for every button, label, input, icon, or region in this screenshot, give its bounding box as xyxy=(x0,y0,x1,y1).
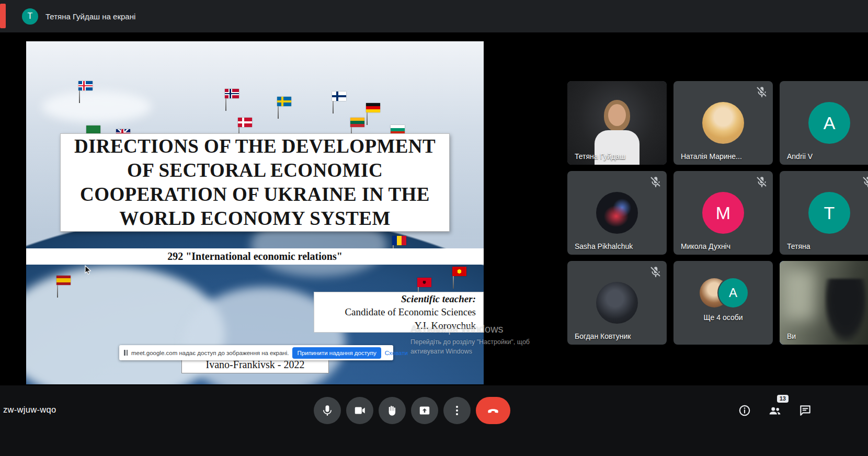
mic-muted-icon xyxy=(755,175,769,189)
flag-icon xyxy=(225,89,239,98)
slide-title-line: WORLD ECONOMY SYSTEM xyxy=(119,207,391,231)
mic-muted-icon xyxy=(861,175,868,189)
stage: DIRECTIONS OF THE DEVELOPMENT OF SECTORA… xyxy=(0,32,868,385)
flag-icon xyxy=(56,276,71,285)
participant-avatar xyxy=(596,192,638,234)
participant-name: Богдан Ковтуник xyxy=(575,332,631,340)
more-options-button[interactable] xyxy=(443,397,471,424)
participant-tile[interactable]: AЩе 4 особи xyxy=(673,261,773,345)
present-icon xyxy=(418,404,431,417)
windows-activation-watermark: Активація Windows Перейдіть до розділу "… xyxy=(410,323,530,356)
flag-icon xyxy=(332,92,346,101)
camera-button[interactable] xyxy=(346,397,373,424)
participant-tile[interactable]: Sasha Pikhalchuk xyxy=(567,171,667,255)
chrome-share-banner: meet.google.com надає доступ до зображен… xyxy=(119,345,393,360)
shared-screen: DIRECTIONS OF THE DEVELOPMENT OF SECTORA… xyxy=(26,41,558,384)
participant-avatar xyxy=(596,282,638,324)
people-button[interactable]: 13 xyxy=(764,400,785,421)
participant-name: Sasha Pikhalchuk xyxy=(575,242,633,250)
participant-name: Тетяна Гуйдаш xyxy=(575,152,625,161)
flag-icon xyxy=(452,267,466,276)
participant-tile[interactable]: Богдан Ковтуник xyxy=(567,261,667,345)
flag-icon xyxy=(277,97,291,106)
flag-icon xyxy=(417,278,431,287)
top-bar: T Тетяна Гуйдаш на екрані xyxy=(0,0,868,32)
info-icon xyxy=(738,404,751,417)
participant-avatar: A xyxy=(718,278,748,307)
group-avatars: A xyxy=(673,278,773,307)
watermark-line: активувати Windows xyxy=(410,347,530,356)
raise-hand-button[interactable] xyxy=(379,397,406,424)
flag-icon xyxy=(78,81,93,90)
participant-tile[interactable]: ТТетяна xyxy=(780,171,868,255)
meeting-panels: 13 xyxy=(734,400,816,421)
presenter-chip: T Тетяна Гуйдаш на екрані xyxy=(22,8,135,25)
call-controls xyxy=(314,397,510,424)
room-light xyxy=(784,270,815,320)
participant-name: Тетяна xyxy=(787,242,810,250)
mic-muted-icon xyxy=(649,175,663,189)
present-button[interactable] xyxy=(411,397,438,424)
participant-avatar: M xyxy=(702,192,744,234)
pause-sharing-icon[interactable] xyxy=(124,350,128,356)
slide-title-line: DIRECTIONS OF THE DEVELOPMENT xyxy=(74,134,436,158)
participant-name: Наталія Марине... xyxy=(681,152,742,161)
presenter-status-text: Тетяна Гуйдаш на екрані xyxy=(45,12,135,21)
participant-name: Ви xyxy=(787,332,796,340)
participant-tile[interactable]: Ви xyxy=(780,261,868,345)
watermark-line: Активація Windows xyxy=(410,323,530,335)
bottom-bar: zw-wjuw-wqo 13 xyxy=(0,385,868,456)
meeting-code: zw-wjuw-wqo xyxy=(3,405,56,415)
chat-button[interactable] xyxy=(795,400,816,421)
participant-name: Andrii V xyxy=(787,152,813,161)
participant-avatar: A xyxy=(808,102,850,144)
end-call-icon xyxy=(486,404,500,417)
end-call-button[interactable] xyxy=(476,397,510,424)
share-banner-message: meet.google.com надає доступ до зображен… xyxy=(131,350,289,356)
slide-title-line: OF SECTORAL ECONOMIC xyxy=(127,158,383,183)
mic-muted-icon xyxy=(755,85,769,99)
participant-tile[interactable]: Тетяна Гуйдаш xyxy=(567,81,667,165)
flag-icon xyxy=(366,103,380,112)
hide-banner-link[interactable]: Сховати xyxy=(385,350,408,356)
participant-name: Микола Духніч xyxy=(681,242,730,250)
mouse-cursor xyxy=(84,265,93,276)
mic-button[interactable] xyxy=(314,397,341,424)
participant-tile[interactable]: AAndrii V xyxy=(780,81,868,165)
window-edge-accent xyxy=(0,4,6,28)
flag-icon xyxy=(392,236,406,245)
chat-icon xyxy=(798,404,812,417)
slide-subtitle: 292 "International economic relations" xyxy=(26,248,484,265)
people-count-badge: 13 xyxy=(777,395,789,403)
people-icon xyxy=(768,404,782,417)
presenter-avatar: T xyxy=(22,8,38,25)
teacher-line: Candidate of Economic Sciences xyxy=(314,305,476,318)
flag-icon xyxy=(238,118,252,127)
participant-avatar: Т xyxy=(808,192,850,234)
watermark-line: Перейдіть до розділу "Настройки", щоб xyxy=(410,337,530,347)
raise-hand-icon xyxy=(385,404,399,417)
participant-name: Ще 4 особи xyxy=(673,313,773,322)
participant-tile[interactable]: MМикола Духніч xyxy=(673,171,773,255)
person-figure xyxy=(825,279,866,341)
participants-grid: Тетяна ГуйдашНаталія Марине...AAndrii VS… xyxy=(567,81,868,345)
slide-title: DIRECTIONS OF THE DEVELOPMENT OF SECTORA… xyxy=(60,133,450,232)
slide-title-line: COOPERATION OF UKRAINE IN THE xyxy=(80,183,430,207)
person-figure xyxy=(608,104,626,126)
stop-sharing-button[interactable]: Припинити надання доступу xyxy=(292,347,381,359)
camera-icon xyxy=(353,404,367,417)
more-options-icon xyxy=(450,404,464,417)
flag-icon xyxy=(350,118,364,127)
info-button[interactable] xyxy=(734,400,755,421)
mic-muted-icon xyxy=(649,265,663,279)
mic-icon xyxy=(321,404,334,417)
participant-tile[interactable]: Наталія Марине... xyxy=(673,81,773,165)
participant-avatar xyxy=(702,102,744,144)
teacher-label: Scientific teacher: xyxy=(314,292,476,305)
cloud-decoration xyxy=(42,91,152,122)
